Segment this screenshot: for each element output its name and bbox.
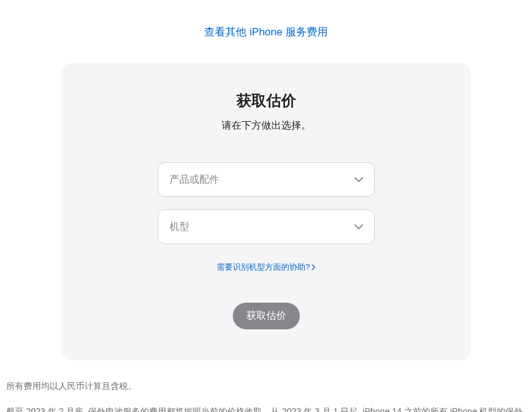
chevron-down-icon — [354, 224, 363, 229]
estimate-card: 获取估价 请在下方做出选择。 产品或配件 机型 需要识别机型方面的协助? 获取估… — [61, 63, 471, 360]
help-link-text: 需要识别机型方面的协助? — [217, 262, 310, 273]
product-select[interactable]: 产品或配件 — [158, 162, 375, 197]
chevron-down-icon — [354, 177, 363, 182]
card-title: 获取估价 — [86, 91, 446, 111]
tax-note: 所有费用均以人民币计算且含税。 — [6, 378, 526, 395]
product-select-placeholder: 产品或配件 — [169, 173, 219, 186]
get-estimate-button[interactable]: 获取估价 — [233, 303, 300, 329]
identify-model-help-link[interactable]: 需要识别机型方面的协助? — [217, 262, 315, 273]
footer-notes: 所有费用均以人民币计算且含税。 截至 2023 年 2 月底, 保外电池服务的费… — [0, 378, 532, 412]
model-select[interactable]: 机型 — [158, 209, 375, 244]
model-select-placeholder: 机型 — [169, 221, 189, 234]
chevron-right-icon — [312, 264, 315, 270]
card-subtitle: 请在下方做出选择。 — [86, 119, 446, 132]
view-other-services-link[interactable]: 查看其他 iPhone 服务费用 — [0, 25, 532, 39]
price-increase-notice: 截至 2023 年 2 月底, 保外电池服务的费用都将按照当前的价格收取。从 2… — [6, 403, 526, 412]
